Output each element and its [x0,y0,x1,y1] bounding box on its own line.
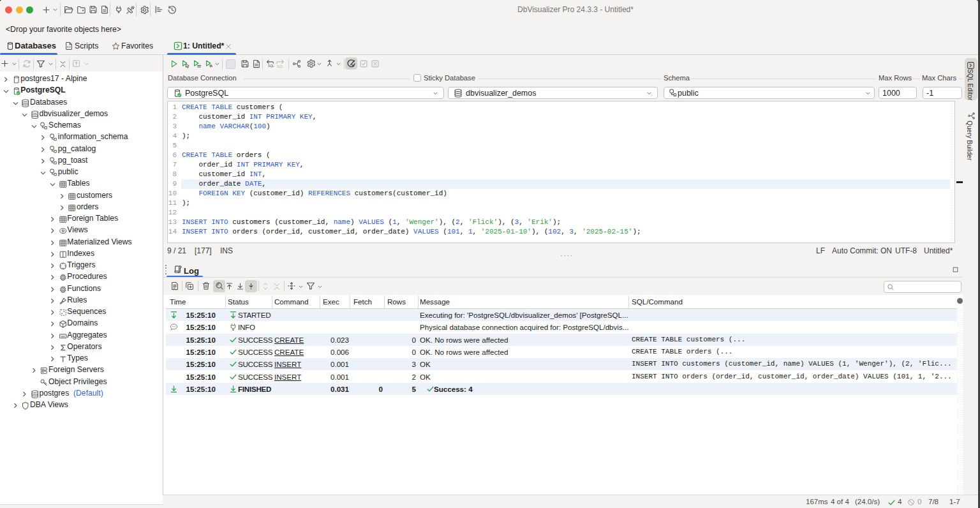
svg-text:SQL: SQL [268,64,274,68]
svg-text:SQL: SQL [277,64,283,68]
